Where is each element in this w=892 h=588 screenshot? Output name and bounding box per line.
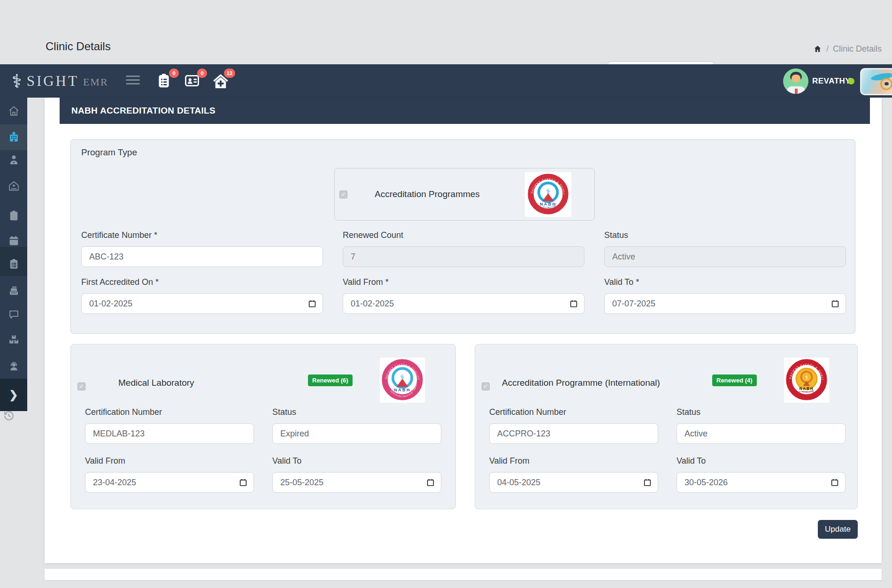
badge-count: 0 bbox=[169, 69, 179, 78]
nabh-medical-lab-logo: PATIENT SAFETY & QUALITY OF CARE CERTIFI… bbox=[380, 358, 425, 403]
certification-number-input[interactable] bbox=[489, 423, 658, 444]
program-type-fieldset: Program Type Accreditation Programmes PA… bbox=[70, 139, 855, 334]
sidebar-item-hospital-bed[interactable] bbox=[0, 180, 27, 192]
content-card: NABH ACCREDITATION DETAILS Program Type … bbox=[45, 98, 882, 563]
home-icon[interactable] bbox=[813, 45, 822, 53]
hamburger-icon[interactable] bbox=[126, 76, 140, 86]
top-navbar: ⚕ SIGHT EMR 0 0 bbox=[0, 64, 892, 98]
certificate-number-label: Certificate Number * bbox=[81, 230, 323, 240]
badge-count: 0 bbox=[197, 69, 207, 78]
update-button[interactable]: Update bbox=[818, 520, 858, 539]
certificate-number-input[interactable] bbox=[81, 246, 323, 267]
medical-laboratory-checkbox[interactable] bbox=[77, 382, 85, 390]
breadcrumb: / Clinic Details bbox=[813, 44, 882, 54]
sidebar-item-billing[interactable] bbox=[0, 285, 27, 297]
nabh-logo: PATIENT SAFETY & QUALITY OF CARE ⚕ NABH … bbox=[525, 172, 571, 217]
page-title: Clinic Details bbox=[46, 40, 111, 53]
valid-from-input[interactable] bbox=[343, 293, 584, 314]
sidebar-item-calendar[interactable] bbox=[0, 235, 27, 247]
renewed-badge: Renewed (6) bbox=[308, 374, 353, 386]
clinic-photo[interactable] bbox=[860, 68, 892, 95]
id-card-icon[interactable]: 0 bbox=[184, 73, 201, 90]
sidebar-item-chat[interactable] bbox=[0, 308, 27, 321]
sidebar-item-clipboard-list[interactable] bbox=[0, 258, 27, 270]
brand-logo[interactable]: ⚕ SIGHT EMR bbox=[12, 64, 108, 98]
svg-text:NABH: NABH bbox=[394, 388, 411, 392]
accreditation-programmes-checkbox[interactable] bbox=[339, 191, 347, 199]
sidebar-item-clinic[interactable] bbox=[0, 131, 27, 143]
certification-number-label: Certification Number bbox=[489, 407, 658, 417]
breadcrumb-separator: / bbox=[826, 44, 829, 54]
valid-to-label: Valid To bbox=[272, 456, 441, 466]
first-accredited-label: First Accredited On * bbox=[81, 277, 323, 287]
status-input[interactable] bbox=[677, 423, 846, 444]
first-accredited-input[interactable] bbox=[81, 293, 323, 314]
international-programme-card: Accreditation Programme (International) … bbox=[475, 344, 858, 509]
online-status-dot bbox=[848, 78, 854, 84]
sidebar bbox=[0, 98, 27, 411]
valid-to-input[interactable] bbox=[272, 472, 441, 493]
sidebar-item-support[interactable] bbox=[0, 360, 27, 373]
app-window: Clinic Details / Clinic Details ⚕ SIGHT … bbox=[0, 0, 892, 588]
sidebar-item-home[interactable] bbox=[0, 105, 27, 117]
valid-from-label: Valid From bbox=[489, 456, 658, 466]
valid-from-label: Valid From * bbox=[343, 277, 584, 287]
valid-from-input[interactable] bbox=[489, 472, 658, 493]
program-type-legend: Program Type bbox=[81, 147, 137, 158]
international-programme-title: Accreditation Programme (International) bbox=[502, 378, 660, 388]
user-name[interactable]: REVATHY bbox=[812, 76, 851, 86]
sidebar-expand-chevron[interactable] bbox=[0, 379, 27, 411]
accreditation-programmes-box: Accreditation Programmes PATIENT SAFETY … bbox=[334, 168, 595, 221]
brand-suffix: EMR bbox=[83, 74, 108, 88]
sidebar-item-inventory[interactable] bbox=[0, 334, 27, 346]
hospital-home-icon[interactable]: 13 bbox=[212, 73, 229, 90]
accreditation-programmes-label: Accreditation Programmes bbox=[375, 189, 480, 199]
status-label: Status bbox=[677, 407, 846, 417]
history-clock-icon[interactable] bbox=[2, 409, 15, 422]
certification-number-label: Certification Number bbox=[85, 407, 254, 417]
sidebar-item-clipboard[interactable] bbox=[0, 210, 27, 222]
svg-text:⚕: ⚕ bbox=[805, 374, 808, 381]
renewed-count-label: Renewed Count bbox=[343, 230, 584, 240]
nabh-international-logo: PATIENT SAFETY & QUALITY OF CARE ⚕ NABH … bbox=[784, 358, 829, 403]
sidebar-item-doctor[interactable] bbox=[0, 154, 27, 166]
status-label: Status bbox=[272, 407, 441, 417]
caduceus-icon: ⚕ bbox=[12, 72, 22, 91]
tasks-clipboard-icon[interactable]: 0 bbox=[156, 73, 173, 90]
status-label: Status bbox=[604, 230, 846, 240]
certification-number-input[interactable] bbox=[85, 423, 254, 444]
footer-strip bbox=[45, 569, 882, 580]
brand-name: SIGHT bbox=[27, 73, 79, 90]
medical-laboratory-title: Medical Laboratory bbox=[118, 378, 194, 388]
status-input bbox=[604, 246, 846, 267]
badge-count: 13 bbox=[224, 69, 235, 78]
medical-laboratory-card: Medical Laboratory Renewed (6) PATIENT S… bbox=[70, 344, 456, 509]
valid-to-input[interactable] bbox=[604, 293, 846, 314]
valid-to-label: Valid To * bbox=[604, 277, 846, 287]
user-avatar[interactable] bbox=[783, 69, 808, 94]
panel-header: NABH ACCREDITATION DETAILS bbox=[60, 98, 870, 124]
panel-title: NABH ACCREDITATION DETAILS bbox=[60, 106, 215, 116]
valid-to-input[interactable] bbox=[677, 472, 846, 493]
status-input[interactable] bbox=[272, 423, 441, 444]
valid-from-label: Valid From bbox=[85, 456, 254, 466]
valid-from-input[interactable] bbox=[85, 472, 254, 493]
renewed-count-input bbox=[343, 246, 584, 267]
international-programme-checkbox[interactable] bbox=[482, 382, 490, 390]
breadcrumb-current: Clinic Details bbox=[833, 44, 882, 54]
renewed-badge: Renewed (4) bbox=[712, 374, 757, 386]
valid-to-label: Valid To bbox=[677, 456, 846, 466]
